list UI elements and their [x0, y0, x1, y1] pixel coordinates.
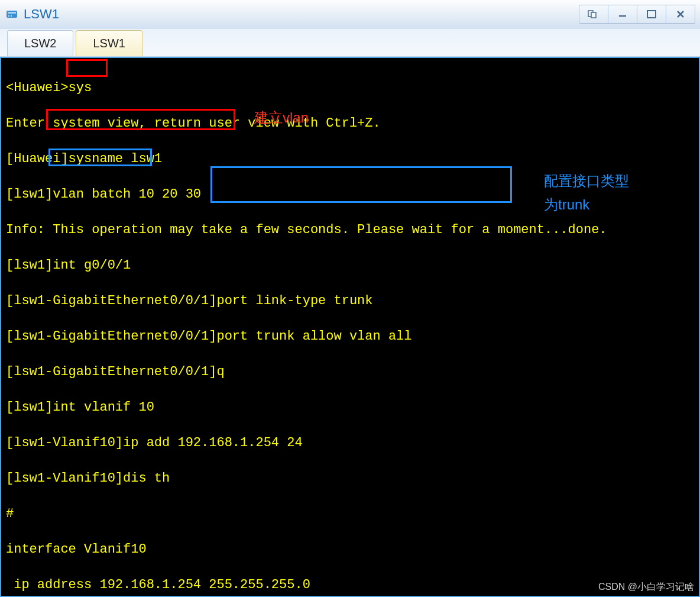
- titlebar: LSW1: [0, 0, 700, 28]
- terminal-line: ip address 192.168.1.254 255.255.255.0: [6, 576, 694, 594]
- highlight-sys: [66, 59, 108, 77]
- terminal-line: [lsw1-Vlanif10]ip add 192.168.1.254 24: [6, 434, 694, 452]
- terminal-line: [lsw1-GigabitEthernet0/0/1]port link-typ…: [6, 292, 694, 310]
- app-icon: [5, 7, 19, 21]
- svg-rect-0: [7, 11, 17, 18]
- terminal-line: Info: This operation may take a few seco…: [6, 221, 694, 239]
- terminal-line: [lsw1]vlan batch 10 20 30: [6, 186, 694, 204]
- terminal-line: [lsw1-GigabitEthernet0/0/1]port trunk al…: [6, 328, 694, 346]
- window-controls: [579, 5, 695, 24]
- minimize-button[interactable]: [608, 5, 637, 24]
- terminal-line: [lsw1-GigabitEthernet0/0/1]q: [6, 363, 694, 381]
- terminal-line: [Huawei]sysname lsw1: [6, 150, 694, 168]
- svg-rect-5: [591, 12, 596, 18]
- terminal-line: Enter system view, return user view with…: [6, 115, 694, 133]
- close-button[interactable]: [666, 5, 695, 24]
- terminal-line: interface Vlanif10: [6, 541, 694, 559]
- svg-point-3: [11, 15, 12, 17]
- window-title: LSW1: [24, 7, 579, 22]
- window-button-extra[interactable]: [579, 5, 608, 24]
- terminal-line: #: [6, 505, 694, 523]
- terminal-line: [lsw1]int g0/0/1: [6, 257, 694, 275]
- terminal-line: [lsw1-Vlanif10]dis th: [6, 470, 694, 488]
- terminal[interactable]: <Huawei>sys Enter system view, return us…: [0, 57, 700, 597]
- tab-lsw2[interactable]: LSW2: [7, 30, 73, 56]
- watermark: CSDN @小白学习记啥: [598, 581, 694, 593]
- maximize-button[interactable]: [637, 5, 666, 24]
- tabbar: LSW2 LSW1: [0, 28, 700, 57]
- terminal-line: [lsw1]int vlanif 10: [6, 399, 694, 417]
- svg-point-2: [8, 15, 9, 17]
- svg-rect-7: [647, 11, 656, 18]
- tab-lsw1[interactable]: LSW1: [76, 30, 142, 56]
- terminal-line: <Huawei>sys: [6, 79, 694, 97]
- svg-rect-1: [8, 12, 16, 14]
